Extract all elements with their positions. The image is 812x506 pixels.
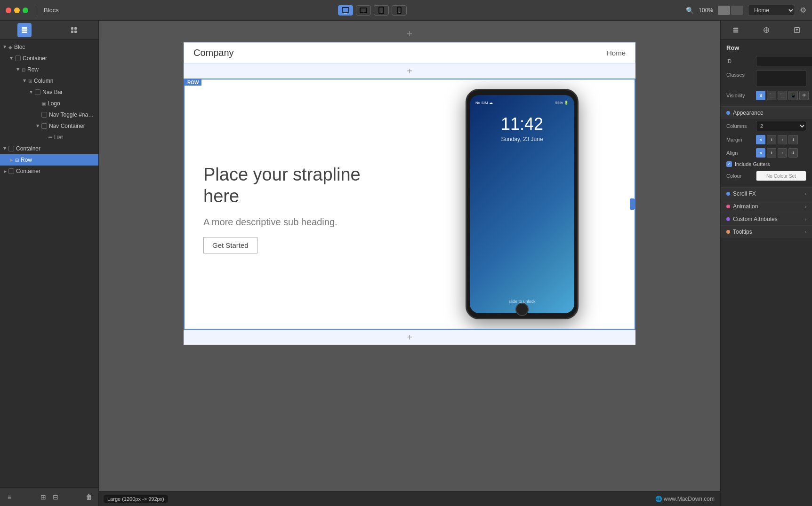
appearance-section-header[interactable]: Appearance — [721, 106, 812, 119]
footer-logo: 🌐 www.MacDown.com — [655, 496, 715, 502]
margin-btn-bot[interactable]: ⬇ — [788, 135, 798, 144]
id-input[interactable] — [756, 56, 812, 66]
svg-rect-15 — [733, 27, 739, 29]
hero-cta-button[interactable]: Get Started — [203, 237, 257, 253]
plus-icon: + — [407, 332, 412, 343]
navbar-link: Home — [607, 49, 626, 57]
sidebar-toolbar — [0, 21, 98, 40]
visibility-desktop-btn[interactable]: 🖥 — [756, 91, 765, 100]
checkbox-icon — [8, 168, 14, 174]
tree-item-navbar[interactable]: ▶ Nav Bar — [0, 87, 98, 98]
tree-item-container2[interactable]: ▶ Container — [0, 143, 98, 154]
tree-item-column1[interactable]: ▶ ⊞ Column — [0, 75, 98, 87]
visibility-eye-btn[interactable]: 👁 — [799, 91, 809, 100]
panel-visibility-row: Visibility 🖥 ⬛ ⬛ 📱 👁 — [721, 89, 812, 102]
classes-input[interactable] — [756, 70, 806, 87]
tree-item-bloc[interactable]: ▶ ◆ Bloc — [0, 41, 98, 53]
left-sidebar: ▶ ◆ Bloc ▶ Container ▶ ⊟ Row — [0, 21, 99, 506]
device-tablet-landscape-btn[interactable] — [356, 5, 371, 16]
canvas-area: + Company Home + ROW — [99, 21, 720, 506]
panel-appearance-btn[interactable] — [760, 24, 773, 37]
visibility-tablet-lg-btn[interactable]: ⬛ — [767, 91, 776, 100]
tree-label-container1: Container — [23, 55, 47, 62]
margin-btn-top[interactable]: ⬆ — [767, 135, 776, 144]
device-tablet-portrait-btn[interactable] — [374, 5, 389, 16]
device-mobile-btn[interactable] — [392, 5, 407, 16]
view-toggle-preview-btn[interactable] — [718, 6, 730, 15]
menu-bottom-btn[interactable]: ≡ — [5, 492, 14, 502]
margin-btn-x[interactable]: ✕ — [756, 135, 765, 144]
add-row-middle-btn[interactable]: + — [184, 63, 635, 79]
tree-item-row1[interactable]: ▶ ⊟ Row — [0, 64, 98, 75]
checkbox-icon — [41, 123, 47, 129]
phone-status-bar: No SIM ☁ 55% 🔋 — [470, 101, 574, 105]
animation-header[interactable]: Animation › — [721, 200, 812, 213]
hero-subtitle: A more descriptive sub heading. — [203, 217, 391, 228]
minimize-button[interactable] — [14, 8, 20, 13]
checkbox-icon — [8, 146, 14, 151]
panel-layers-btn[interactable] — [729, 24, 742, 37]
zoom-icon: 🔍 — [686, 7, 694, 14]
tree-label-row1: Row — [27, 66, 39, 73]
align-btn-top[interactable]: ⬆ — [767, 148, 776, 158]
hero-content: Place your strapline here A more descrip… — [185, 79, 410, 329]
custom-attributes-header[interactable]: Custom Attributes › — [721, 213, 812, 225]
tree-item-list[interactable]: ☰ List — [0, 132, 98, 143]
svg-rect-10 — [22, 32, 27, 33]
visibility-btns: 🖥 ⬛ ⬛ 📱 👁 — [756, 91, 809, 100]
scroll-fx-dot — [726, 192, 730, 196]
tree-label-container2: Container — [16, 145, 40, 152]
tree-item-container3[interactable]: ▶ Container — [0, 166, 98, 177]
colour-value: No Colour Set — [766, 174, 796, 179]
expand-icon: ▶ — [8, 55, 15, 62]
tree-item-container1[interactable]: ▶ Container — [0, 53, 98, 64]
add-row-top-btn[interactable]: + — [184, 25, 635, 42]
include-gutters-checkbox[interactable]: ✓ — [726, 161, 732, 167]
view-toggle-code-btn[interactable] — [731, 6, 743, 15]
scroll-fx-header[interactable]: Scroll FX › — [721, 187, 812, 200]
align-btn-bot[interactable]: ⬇ — [788, 148, 798, 158]
resize-handle[interactable] — [630, 198, 635, 210]
trash-bottom-btn[interactable]: 🗑 — [84, 492, 94, 502]
panel-colour-row: Colour No Colour Set — [721, 169, 812, 183]
colour-label: Colour — [726, 173, 752, 179]
columns-select[interactable]: 2 — [756, 121, 806, 131]
tree-item-navcontainer[interactable]: ▶ Nav Container — [0, 120, 98, 132]
tree-item-row2[interactable]: ▶ ⊟ Row — [0, 154, 98, 166]
appearance-header-left: Appearance — [726, 110, 764, 116]
tree-item-logo[interactable]: ▣ Logo — [0, 98, 98, 109]
components-tool-btn[interactable] — [67, 23, 81, 37]
settings-icon[interactable]: ⚙ — [800, 6, 806, 15]
maximize-button[interactable] — [23, 8, 28, 13]
device-desktop-btn[interactable] — [338, 5, 353, 16]
hero-title: Place your strapline here — [203, 164, 391, 207]
page-select[interactable]: Home — [748, 5, 795, 16]
add-row-bottom-btn[interactable]: + — [184, 330, 635, 345]
logo-icon: ▣ — [41, 101, 46, 106]
grid-bottom-btn[interactable]: ⊞ — [39, 492, 48, 502]
panel-align-row: Align ✕ ⬆ ↕ ⬇ — [721, 146, 812, 159]
panel-section-title: Row — [721, 40, 812, 54]
colour-swatch[interactable]: No Colour Set — [756, 171, 806, 181]
panel-export-btn[interactable] — [790, 24, 804, 37]
hero-image-col: No SIM ☁ 55% 🔋 11:42 Sunday, 23 June sli… — [410, 79, 635, 329]
svg-rect-17 — [733, 31, 739, 32]
appearance-dot — [726, 111, 730, 115]
bottom-bar: Large (1200px -> 992px) 🌐 www.MacDown.co… — [99, 491, 720, 506]
tooltips-header[interactable]: Tooltips › — [721, 225, 812, 238]
align-label: Align — [726, 150, 752, 156]
margin-btn-mid[interactable]: ↕ — [778, 135, 787, 144]
visibility-mobile-btn[interactable]: 📱 — [788, 91, 798, 100]
panel-divider-1 — [721, 104, 812, 104]
svg-rect-11 — [71, 27, 73, 30]
align-btn-x[interactable]: ✕ — [756, 148, 765, 158]
layers-tool-btn[interactable] — [17, 23, 32, 37]
align-btn-mid[interactable]: ↕ — [778, 148, 787, 158]
svg-rect-13 — [71, 31, 73, 33]
grid2-bottom-btn[interactable]: ⊟ — [51, 492, 60, 502]
close-button[interactable] — [6, 8, 11, 13]
visibility-tablet-sm-btn[interactable]: ⬛ — [778, 91, 787, 100]
tree-item-navtoggle[interactable]: Nav Toggle #nav-toggle — [0, 109, 98, 120]
canvas-scroll[interactable]: + Company Home + ROW — [99, 21, 720, 491]
checkbox-icon — [15, 55, 21, 61]
